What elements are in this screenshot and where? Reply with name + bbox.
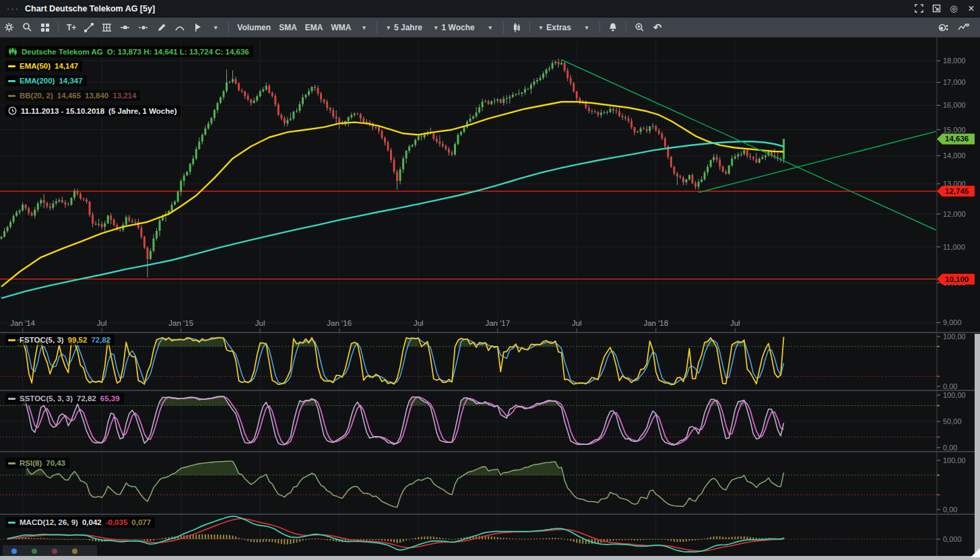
ema-button[interactable]: EMA <box>302 20 327 36</box>
svg-text:Jan '16: Jan '16 <box>327 319 352 327</box>
svg-text:18,000: 18,000 <box>943 57 966 65</box>
trendline-tool-button[interactable] <box>81 20 97 36</box>
indicator-dropdown[interactable]: ▾ <box>356 20 372 36</box>
fullscreen-icon[interactable] <box>910 2 927 15</box>
svg-text:0,00: 0,00 <box>943 505 957 514</box>
chevron-down-icon: ▾ <box>538 24 544 31</box>
sma-button[interactable]: SMA <box>275 20 300 36</box>
svg-text:10,100: 10,100 <box>945 275 969 283</box>
price-marker: 12,745 <box>937 186 975 197</box>
chart-type-button[interactable] <box>509 20 525 36</box>
compare-button[interactable] <box>934 20 953 36</box>
svg-text:Jul: Jul <box>730 319 740 327</box>
svg-text:9,000: 9,000 <box>943 318 962 326</box>
chart-canvas[interactable]: 18,00017,00016,00015,00014,00013,00012,0… <box>0 38 980 560</box>
svg-text:Jul: Jul <box>572 319 582 327</box>
page-dot-1[interactable] <box>11 549 17 554</box>
chart-area: 18,00017,00016,00015,00014,00013,00012,0… <box>0 38 980 560</box>
svg-text:14,636: 14,636 <box>945 135 969 143</box>
window-menu-icon[interactable]: ··· <box>0 3 25 13</box>
page-indicator <box>3 545 97 557</box>
svg-text:100,00: 100,00 <box>943 456 966 464</box>
svg-text:16,000: 16,000 <box>943 101 966 109</box>
svg-text:11,000: 11,000 <box>943 243 965 251</box>
wma-button[interactable]: WMA <box>327 20 354 36</box>
tools-dropdown[interactable]: ▾ <box>207 20 224 36</box>
range-dropdown[interactable]: ▾ 5 Jahre <box>382 20 428 36</box>
svg-text:Jan '17: Jan '17 <box>485 319 510 327</box>
svg-text:100,00: 100,00 <box>943 332 966 341</box>
chevron-down-icon: ▾ <box>584 24 590 31</box>
svg-text:Jul: Jul <box>414 319 424 327</box>
range-label: 5 Jahre <box>391 23 425 32</box>
svg-text:0,00: 0,00 <box>943 382 957 390</box>
svg-text:0,00: 0,00 <box>943 444 957 452</box>
popout-window-icon[interactable] <box>927 2 945 15</box>
extras-label: Extras <box>544 23 574 32</box>
svg-text:17,000: 17,000 <box>943 78 966 86</box>
svg-text:0,000: 0,000 <box>943 535 962 543</box>
alert-button[interactable] <box>605 20 621 36</box>
price-marker: 14,636 <box>937 133 975 144</box>
search-button[interactable] <box>19 20 36 36</box>
svg-text:14,000: 14,000 <box>943 151 966 160</box>
trading-app-window: { "window": { "menu_dots": "\u00b7\u00b7… <box>0 0 980 560</box>
interval-dropdown[interactable]: ▾ 1 Woche <box>430 20 481 36</box>
flag-tool-button[interactable] <box>190 20 206 36</box>
interval-label: 1 Woche <box>439 23 478 32</box>
chevron-down-icon: ▾ <box>433 24 439 31</box>
chevron-down-icon: ▾ <box>385 24 391 31</box>
page-dot-2[interactable] <box>32 549 37 554</box>
chart-style-button[interactable] <box>954 20 973 36</box>
chevron-down-icon: ▾ <box>487 24 493 31</box>
extras-dropdown[interactable]: ▾ Extras <box>535 20 577 36</box>
svg-text:15,000: 15,000 <box>943 126 966 134</box>
svg-text:Jan '15: Jan '15 <box>168 319 193 327</box>
arc-tool-button[interactable] <box>171 20 189 36</box>
fibonacci-tool-button[interactable] <box>98 20 115 36</box>
price-marker: 10,100 <box>937 274 975 285</box>
vertical-scrollbar[interactable] <box>975 334 980 556</box>
svg-text:100,00: 100,00 <box>943 391 966 399</box>
dashline-tool-button[interactable] <box>135 20 152 36</box>
window-title: Chart Deutsche Telekom AG [5y] <box>25 4 155 13</box>
chevron-down-icon: ▾ <box>213 24 219 31</box>
close-icon[interactable]: × <box>962 2 980 15</box>
record-icon[interactable]: ◎ <box>945 2 962 15</box>
zoom-button[interactable] <box>631 20 648 36</box>
resize-grip-icon[interactable] <box>971 548 980 557</box>
window-titlebar: ··· Chart Deutsche Telekom AG [5y] ◎ × <box>0 0 980 18</box>
draw-tool-button[interactable] <box>154 20 170 36</box>
svg-text:Jan '14: Jan '14 <box>10 319 35 327</box>
page-dot-3[interactable] <box>52 549 57 554</box>
volumen-button[interactable]: Volumen <box>234 20 274 36</box>
undo-button[interactable]: ↶ <box>649 20 665 36</box>
svg-text:Jan '18: Jan '18 <box>643 319 668 327</box>
svg-text:12,000: 12,000 <box>943 210 966 218</box>
svg-text:Jul: Jul <box>97 319 107 327</box>
page-dot-4[interactable] <box>72 549 77 554</box>
extras-more-dropdown[interactable]: ▾ <box>579 20 595 36</box>
chart-toolbar: T+ <box>0 18 980 38</box>
text-tool-button[interactable]: T+ <box>63 20 79 36</box>
window-resize-bar[interactable] <box>0 556 980 560</box>
hline-tool-button[interactable] <box>117 20 133 36</box>
settings-button[interactable] <box>1 20 18 36</box>
layout-button[interactable] <box>37 20 53 36</box>
chevron-down-icon: ▾ <box>361 24 367 31</box>
svg-text:12,745: 12,745 <box>945 187 969 195</box>
svg-text:Jul: Jul <box>255 319 265 327</box>
interval-more-dropdown[interactable]: ▾ <box>482 20 498 36</box>
svg-text:50,00: 50,00 <box>943 417 962 425</box>
